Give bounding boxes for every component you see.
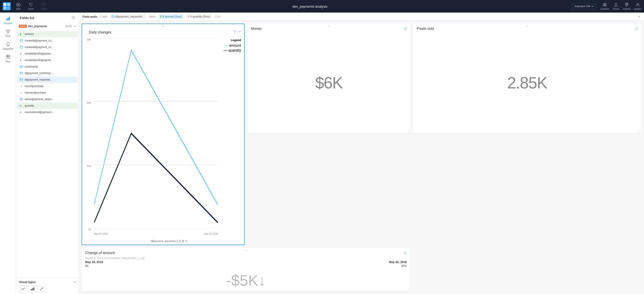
dataset-selector[interactable]: SPICE dev_payments 100%	[16, 23, 79, 30]
dataset-chevron-icon[interactable]	[73, 25, 76, 28]
sidebar-item-suggested[interactable]: Suggested	[1, 40, 15, 52]
line-chart-icon	[21, 287, 25, 291]
field-wells-dropdown[interactable]	[638, 15, 640, 19]
y-label-2k: $2K	[82, 165, 91, 167]
sidebar-item-story[interactable]: Story	[1, 53, 15, 65]
icon-sidebar: Visualize Filter Suggested Story	[0, 13, 16, 294]
x-axis-chevron-icon[interactable]	[185, 240, 188, 242]
top-nav: Add Undo Redo Autosave ON Capture Share …	[0, 0, 644, 13]
svg-rect-11	[6, 19, 7, 21]
widget-money-filter-icon[interactable]: ▽	[404, 27, 407, 31]
field-name: quantity	[25, 104, 34, 107]
field-name: createdat[payment_co...	[25, 39, 54, 42]
field-name: owner[payment_reque...	[25, 98, 54, 101]
widget-pixels-filter-icon[interactable]: ▽	[635, 27, 638, 31]
field-item-createdatmillis-2[interactable]: # createdatmillis[payme...	[17, 57, 78, 63]
resize-handle[interactable]: ⌟	[242, 240, 243, 244]
legend-amount-line	[224, 45, 228, 46]
resize-handle[interactable]: ⌟	[408, 129, 410, 132]
y-label-6k: $6K	[82, 38, 91, 41]
visual-types-chevron-icon[interactable]	[73, 281, 76, 283]
text-icon	[20, 98, 23, 101]
field-item-minuteofpurchase[interactable]: ≡ minuteofpurchase	[17, 90, 78, 96]
field-item-dt-confirm[interactable]: dt[payment_confirmat...	[17, 70, 78, 76]
redo-button[interactable]: Redo	[39, 2, 48, 11]
add-button[interactable]: Add	[14, 2, 22, 11]
svg-point-47	[41, 288, 42, 289]
widget-daily-changes: ⠿ Daily changes ▽ $6K $4K	[82, 24, 245, 245]
calendar-icon	[20, 72, 23, 75]
title-area	[52, 5, 568, 8]
drag-handle[interactable]: ⠿	[328, 25, 330, 27]
field-item-customerip[interactable]: customerip	[17, 64, 78, 70]
value1-chip[interactable]: $ $ amount (Sum)	[158, 14, 184, 19]
vt-scatter[interactable]	[38, 285, 46, 292]
field-name: customerip	[25, 65, 38, 68]
sidebar-item-filter[interactable]: Filter	[1, 27, 15, 39]
legend-title: Legend	[220, 38, 241, 42]
field-name: amount	[25, 33, 34, 36]
drag-handle[interactable]: ⠿	[162, 25, 164, 28]
y-axis-labels: $6K $4K $2K $0	[82, 38, 92, 231]
svg-rect-35	[20, 79, 23, 81]
chart-collapse-icon[interactable]	[238, 30, 241, 33]
field-name: hourofpurchase	[25, 85, 43, 88]
undo-button[interactable]: Undo	[26, 2, 36, 11]
color-label: Color	[214, 15, 221, 18]
search-fields-button[interactable]	[72, 16, 75, 20]
hash-icon: #	[20, 104, 23, 107]
field-item-dt-requested[interactable]: dt[payment_requeste...	[17, 77, 78, 83]
x-axis-field-value: dt[payment_requested...	[115, 15, 144, 18]
change-widget-title: Change of amount	[85, 251, 115, 255]
field-item-owner[interactable]: owner[payment_reque...	[17, 96, 78, 102]
logo-icon	[3, 2, 11, 10]
field-item-amount[interactable]: $ amount	[17, 31, 78, 37]
dollar-icon: $	[20, 33, 23, 36]
vt-line-chart[interactable]	[19, 285, 27, 292]
sidebar-item-visualize[interactable]: Visualize	[1, 14, 15, 26]
svg-rect-2	[4, 7, 6, 10]
camera-icon	[602, 3, 607, 7]
y-label-0: $0	[82, 228, 91, 231]
vt-bar-chart[interactable]	[28, 285, 36, 292]
user-menu[interactable]: gyatso	[634, 3, 641, 10]
share-button[interactable]: Share	[613, 3, 619, 10]
capture-button[interactable]: Capture	[600, 3, 609, 10]
field-item-createdatmillis-1[interactable]: # createdatmillis[payme...	[17, 51, 78, 57]
chevron-down-icon	[591, 5, 594, 8]
drag-handle[interactable]: ⠿	[245, 249, 247, 251]
svg-point-46	[40, 289, 41, 290]
field-item-createdat-co[interactable]: createdat[payment_co...	[17, 38, 78, 44]
x-label-may28: May 28, 2018	[204, 233, 218, 235]
value2-chip[interactable]: # # quantity (Sum)	[186, 14, 212, 19]
analysis-title-input[interactable]	[285, 5, 334, 8]
field-item-quantity[interactable]: # quantity	[17, 103, 78, 109]
change-big-value: -$5K↓	[82, 269, 410, 291]
svg-rect-12	[8, 18, 8, 21]
field-item-hourofpurchase[interactable]: ≡ hourofpurchase	[17, 83, 78, 89]
drag-handle[interactable]: ⠿	[526, 25, 528, 27]
field-item-createdat-re[interactable]: createdat[payment_re...	[17, 44, 78, 50]
autosave-button[interactable]: Autosave ON	[571, 3, 597, 9]
field-name: createdatmillis[payme...	[25, 52, 53, 55]
chart-svg	[94, 38, 218, 228]
change-date2: May 26, 2018	[389, 260, 407, 264]
calendar-small-icon	[112, 15, 114, 18]
fields-header: Fields list	[16, 13, 79, 23]
change-val2: $5K	[402, 264, 407, 267]
x-axis-value[interactable]: dt[payment_requested...	[110, 14, 146, 19]
change-widget-filter-icon[interactable]: ▽	[404, 251, 407, 255]
app-logo[interactable]	[3, 2, 11, 10]
svg-rect-31	[20, 72, 23, 75]
svg-rect-0	[4, 3, 6, 6]
field-item-reservationid[interactable]: # reservationid[payment...	[17, 109, 78, 115]
chart-filter-icon[interactable]: ▽	[234, 30, 236, 34]
widget-pixels-body: 2.85K	[413, 33, 641, 133]
location-button[interactable]: Ireland	[623, 3, 630, 10]
svg-point-8	[604, 4, 606, 6]
resize-handle[interactable]: ⌟	[639, 129, 640, 132]
text-icon	[20, 65, 23, 68]
resize-handle[interactable]: ⌟	[408, 287, 410, 290]
calendar-icon	[20, 78, 23, 81]
nav-actions: Capture Share Ireland gyatso	[600, 3, 641, 10]
